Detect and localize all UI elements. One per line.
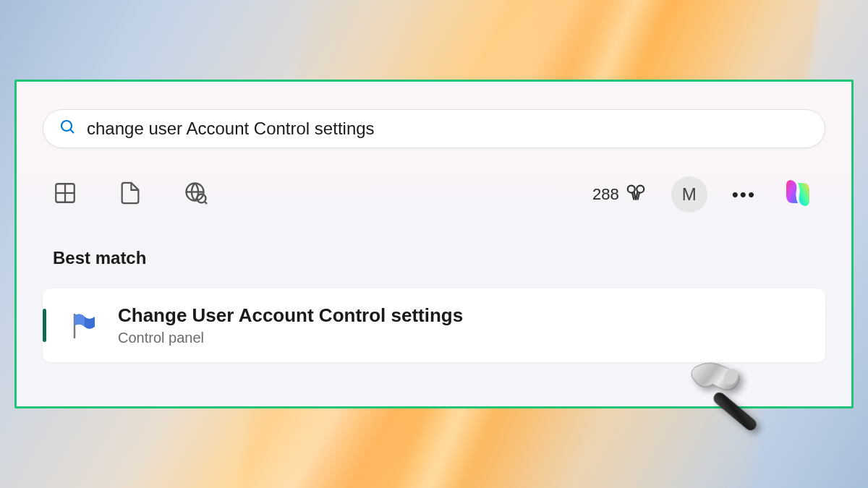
svg-line-7 — [205, 202, 207, 204]
copilot-icon[interactable] — [780, 176, 815, 213]
filter-row: 288 M ••• — [43, 176, 825, 213]
rewards-points: 288 — [592, 185, 619, 204]
result-subtitle: Control panel — [118, 330, 463, 346]
medal-icon — [625, 184, 647, 205]
user-avatar[interactable]: M — [671, 176, 707, 213]
svg-line-1 — [70, 129, 74, 133]
apps-filter-icon[interactable] — [53, 181, 77, 208]
best-match-header: Best match — [53, 248, 825, 268]
more-options-icon[interactable]: ••• — [732, 184, 756, 206]
documents-filter-icon[interactable] — [118, 181, 142, 208]
result-accent-bar — [43, 309, 46, 342]
search-input[interactable] — [87, 119, 809, 139]
svg-point-9 — [637, 186, 644, 193]
web-filter-icon[interactable] — [183, 180, 209, 209]
svg-point-8 — [627, 186, 634, 193]
flag-icon — [67, 309, 99, 341]
result-uac-settings[interactable]: Change User Account Control settings Con… — [43, 288, 825, 362]
search-icon — [59, 119, 77, 139]
filter-right-group: 288 M ••• — [592, 176, 815, 213]
result-text-group: Change User Account Control settings Con… — [118, 304, 463, 346]
filter-left-group — [53, 180, 209, 209]
rewards-counter[interactable]: 288 — [592, 184, 647, 205]
search-bar[interactable] — [43, 109, 825, 148]
svg-rect-12 — [711, 390, 759, 433]
result-title: Change User Account Control settings — [118, 304, 463, 327]
svg-point-0 — [61, 121, 72, 131]
avatar-initial: M — [682, 184, 697, 205]
